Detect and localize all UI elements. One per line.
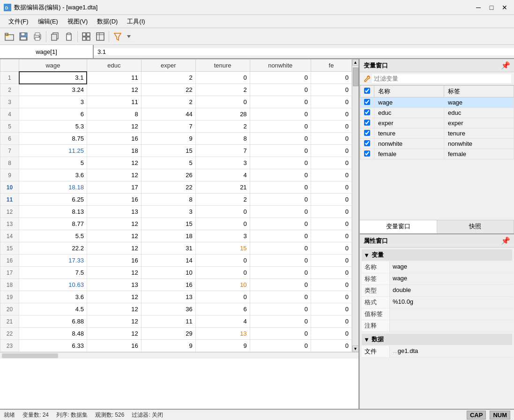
cell-educ[interactable]: 12 [87, 120, 141, 133]
cell-tenure[interactable]: 0 [195, 96, 250, 108]
cell-nonwhite[interactable]: 0 [250, 303, 311, 315]
cell-educ[interactable]: 12 [87, 303, 141, 315]
cell-exper[interactable]: 31 [141, 242, 195, 255]
cell-tenure[interactable]: 0 [195, 267, 250, 279]
list-item[interactable]: educ educ [360, 108, 514, 118]
var-checkbox-educ[interactable] [364, 109, 370, 115]
cell-fe[interactable]: 0 [311, 291, 352, 303]
cell-educ[interactable]: 13 [87, 206, 141, 218]
cell-exper[interactable]: 15 [141, 145, 195, 157]
cell-fe[interactable]: 0 [311, 169, 352, 181]
cell-fe[interactable]: 0 [311, 328, 352, 340]
cell-fe[interactable]: 0 [311, 255, 352, 267]
scroll-track[interactable] [352, 66, 359, 345]
cell-wage[interactable]: 5.3 [19, 120, 87, 133]
cell-fe[interactable]: 0 [311, 72, 352, 84]
minimize-button[interactable]: ─ [473, 2, 484, 13]
cell-exper[interactable]: 14 [141, 255, 195, 267]
cell-exper[interactable]: 16 [141, 279, 195, 291]
cell-exper[interactable]: 36 [141, 303, 195, 315]
cell-nonwhite[interactable]: 0 [250, 242, 311, 255]
cell-tenure[interactable]: 21 [195, 181, 250, 194]
cell-fe[interactable]: 0 [311, 133, 352, 145]
cell-fe[interactable]: 0 [311, 194, 352, 206]
filter-button[interactable] [111, 30, 124, 43]
list-item[interactable]: female female [360, 149, 514, 159]
cell-exper[interactable]: 10 [141, 267, 195, 279]
cell-nonwhite[interactable]: 0 [250, 96, 311, 108]
cell-tenure[interactable]: 8 [195, 133, 250, 145]
var-checkbox-nonwhite[interactable] [364, 140, 370, 146]
copy-button[interactable] [48, 30, 61, 43]
vertical-scrollbar[interactable]: ▲ ▼ [352, 59, 358, 352]
cell-tenure[interactable]: 0 [195, 255, 250, 267]
cell-educ[interactable]: 12 [87, 267, 141, 279]
cell-nonwhite[interactable]: 0 [250, 340, 311, 352]
menu-view[interactable]: 视图(V) [63, 16, 92, 27]
horizontal-scrollbar[interactable] [0, 352, 358, 359]
cell-tenure[interactable]: 4 [195, 169, 250, 181]
cell-exper[interactable]: 29 [141, 328, 195, 340]
cell-fe[interactable]: 0 [311, 96, 352, 108]
cell-educ[interactable]: 12 [87, 218, 141, 230]
menu-edit[interactable]: 编辑(E) [33, 16, 63, 27]
cell-educ[interactable]: 16 [87, 340, 141, 352]
menu-data[interactable]: 数据(D) [92, 16, 122, 27]
cell-nonwhite[interactable]: 0 [250, 267, 311, 279]
cell-tenure[interactable]: 13 [195, 328, 250, 340]
cell-tenure[interactable]: 9 [195, 340, 250, 352]
cell-fe[interactable]: 0 [311, 242, 352, 255]
list-item[interactable]: tenure tenure [360, 128, 514, 139]
cell-nonwhite[interactable]: 0 [250, 181, 311, 194]
cell-exper[interactable]: 9 [141, 340, 195, 352]
cell-wage[interactable]: 4.5 [19, 303, 87, 315]
cell-fe[interactable]: 0 [311, 145, 352, 157]
cell-nonwhite[interactable]: 0 [250, 157, 311, 169]
cell-wage[interactable]: 6.33 [19, 340, 87, 352]
cell-wage[interactable]: 3.6 [19, 169, 87, 181]
cell-nonwhite[interactable]: 0 [250, 206, 311, 218]
cell-nonwhite[interactable]: 0 [250, 120, 311, 133]
cell-fe[interactable]: 0 [311, 303, 352, 315]
cell-fe[interactable]: 0 [311, 315, 352, 328]
cell-educ[interactable]: 12 [87, 169, 141, 181]
cell-tenure[interactable]: 0 [195, 218, 250, 230]
cell-exper[interactable]: 7 [141, 120, 195, 133]
cell-exper[interactable]: 9 [141, 133, 195, 145]
cell-fe[interactable]: 0 [311, 181, 352, 194]
cell-educ[interactable]: 8 [87, 108, 141, 120]
col-header-educ[interactable]: educ [87, 60, 141, 72]
collapse-icon2[interactable]: ▼ [364, 336, 370, 343]
var-filter-input[interactable] [372, 74, 511, 83]
cell-educ[interactable]: 17 [87, 181, 141, 194]
menu-tools[interactable]: 工具(I) [122, 16, 149, 27]
cell-educ[interactable]: 13 [87, 279, 141, 291]
save-button[interactable] [17, 30, 30, 43]
cell-fe[interactable]: 0 [311, 120, 352, 133]
cell-wage[interactable]: 6 [19, 108, 87, 120]
cell-wage[interactable]: 8.48 [19, 328, 87, 340]
cell-tenure[interactable]: 0 [195, 291, 250, 303]
var-checkbox-exper[interactable] [364, 120, 370, 126]
col-header-nonwhite[interactable]: nonwhite [250, 60, 311, 72]
cell-nonwhite[interactable]: 0 [250, 230, 311, 242]
var-checkbox-female[interactable] [364, 150, 370, 157]
grid-button[interactable] [80, 30, 93, 43]
close-button[interactable]: ✕ [499, 2, 510, 13]
cell-tenure[interactable]: 15 [195, 242, 250, 255]
pin-icon[interactable]: 📌 [501, 61, 510, 70]
cell-wage[interactable]: 6.25 [19, 194, 87, 206]
cell-exper[interactable]: 5 [141, 157, 195, 169]
cell-wage[interactable]: 10.63 [19, 279, 87, 291]
cell-nonwhite[interactable]: 0 [250, 194, 311, 206]
cell-wage[interactable]: 3.6 [19, 291, 87, 303]
cell-wage[interactable]: 8.13 [19, 206, 87, 218]
cell-tenure[interactable]: 2 [195, 120, 250, 133]
cell-wage[interactable]: 8.77 [19, 218, 87, 230]
col-header-wage[interactable]: wage [19, 60, 87, 72]
list-item[interactable]: nonwhite nonwhite [360, 139, 514, 149]
cell-nonwhite[interactable]: 0 [250, 72, 311, 84]
cell-tenure[interactable]: 2 [195, 84, 250, 96]
cell-fe[interactable]: 0 [311, 267, 352, 279]
cell-wage[interactable]: 3.24 [19, 84, 87, 96]
